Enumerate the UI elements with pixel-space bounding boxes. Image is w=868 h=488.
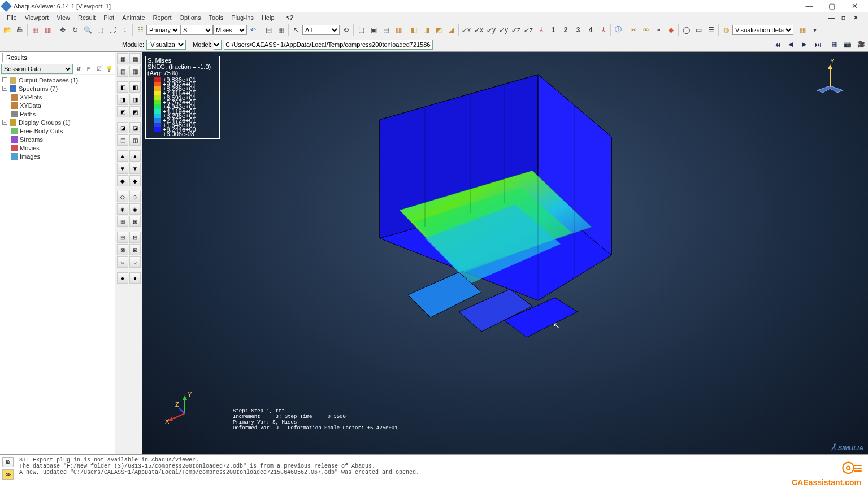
toolbox-button[interactable]: ◈ <box>117 203 128 215</box>
csys-zy-icon[interactable]: ↙z <box>523 24 534 36</box>
field-output-dialog-icon[interactable]: ☷ <box>134 24 146 36</box>
view-1-button[interactable]: 1 <box>548 24 559 36</box>
expand-icon[interactable]: + <box>2 77 7 82</box>
tree-item[interactable]: Images <box>2 152 112 160</box>
mdi-minimize-button[interactable]: — <box>828 14 840 21</box>
orig-icon[interactable]: ▥ <box>42 24 53 36</box>
link-vp2-icon[interactable]: ⚮ <box>640 24 652 36</box>
menu-file[interactable]: File <box>3 14 20 21</box>
csys-xz-icon[interactable]: ↙x <box>473 24 484 36</box>
tree-item[interactable]: +Spectrums (7) <box>2 84 112 93</box>
toolbox-button[interactable]: ◧ <box>129 81 141 93</box>
toolbox-button[interactable]: ◈ <box>129 203 141 215</box>
open-icon[interactable]: 📂 <box>2 24 13 36</box>
undo-icon[interactable]: ↶ <box>248 24 259 36</box>
field-type-select[interactable]: Primary <box>146 25 180 35</box>
tab-results[interactable]: Results <box>2 53 31 62</box>
toolbox-button[interactable]: ◇ <box>129 191 141 202</box>
iso1-icon[interactable]: ◧ <box>408 24 419 36</box>
view-3-button[interactable]: 3 <box>572 24 584 36</box>
toolbox-button[interactable]: ◨ <box>117 94 128 105</box>
annot-text-icon[interactable]: ☰ <box>705 24 717 36</box>
render-style-icon[interactable]: ◍ <box>721 24 732 36</box>
csys-xy-icon[interactable]: ↙x <box>461 24 472 36</box>
menu-plot[interactable]: Plot <box>100 14 118 21</box>
menu-result[interactable]: Result <box>75 14 99 21</box>
model-history-select[interactable] <box>214 40 222 50</box>
mdi-restore-button[interactable]: ⧉ <box>841 14 852 21</box>
toolbox-button[interactable]: ◩ <box>129 106 141 117</box>
frame-last-icon[interactable]: ⏭ <box>812 39 823 50</box>
tree-item[interactable]: XYPlots <box>2 93 112 101</box>
toggle-shaded-icon[interactable]: ▦ <box>275 24 287 36</box>
view-2-button[interactable]: 2 <box>560 24 571 36</box>
menu-plugins[interactable]: Plug-ins <box>228 14 257 21</box>
toolbox-button[interactable]: ▦ <box>129 53 141 64</box>
menu-view[interactable]: View <box>53 14 73 21</box>
toolbox-button[interactable]: ⊞ <box>129 216 141 227</box>
csys-tool-icon[interactable]: ⅄ <box>597 24 609 36</box>
menu-animate[interactable]: Animate <box>119 14 148 21</box>
tree-item[interactable]: Paths <box>2 110 112 118</box>
toolbox-button[interactable]: ○ <box>129 256 141 268</box>
model-path-input[interactable] <box>224 40 433 50</box>
cli-prompt-icon[interactable]: ≫ <box>2 469 14 480</box>
toolbox-button[interactable]: ▧ <box>117 66 128 77</box>
session-data-select[interactable]: Session Data <box>1 64 73 74</box>
iso2-icon[interactable]: ◨ <box>420 24 432 36</box>
annot-box-icon[interactable]: ▭ <box>693 24 704 36</box>
display-group-select[interactable]: All <box>302 25 340 35</box>
toolbox-button[interactable]: ⊟ <box>129 232 141 243</box>
toolbox-button[interactable]: ▼ <box>117 163 128 174</box>
csys-user-icon[interactable]: ⅄ <box>535 24 546 36</box>
toolbox-button[interactable]: ◧ <box>117 81 128 93</box>
whats-this-icon[interactable]: ↖? <box>281 14 297 22</box>
cycle-views-icon[interactable]: ↕ <box>119 24 131 36</box>
tree-item[interactable]: Streams <box>2 135 112 143</box>
toolbox-button[interactable]: ⊠ <box>117 244 128 255</box>
toolbox-button[interactable]: ◩ <box>117 106 128 117</box>
mdi-close-button[interactable]: ✕ <box>853 14 865 21</box>
rotate-icon[interactable]: ↻ <box>70 24 81 36</box>
module-select[interactable]: Visualization <box>146 40 186 50</box>
session-bulb-icon[interactable]: 💡 <box>105 64 114 73</box>
viewport[interactable]: S, Mises SNEG, (fraction = -1.0) (Avg: 7… <box>142 52 868 454</box>
menu-help[interactable]: Help <box>258 14 278 21</box>
iso3-icon[interactable]: ◩ <box>433 24 444 36</box>
dg-toggle3-icon[interactable]: ▤ <box>380 24 392 36</box>
info-icon[interactable]: ⓘ <box>613 24 624 36</box>
toolbox-button[interactable]: ◇ <box>117 191 128 202</box>
annotation-icon[interactable]: ◯ <box>680 24 692 36</box>
expand-icon[interactable]: + <box>2 120 7 125</box>
csys-yx-icon[interactable]: ↙y <box>485 24 497 36</box>
toolbox-button[interactable]: ▦ <box>117 53 128 64</box>
toolbox-button[interactable]: ▲ <box>117 150 128 162</box>
toolbox-button[interactable]: ▧ <box>129 66 141 77</box>
pan-icon[interactable]: ✥ <box>57 24 68 36</box>
close-button[interactable]: ✕ <box>843 1 866 12</box>
field-component-select[interactable]: Mises <box>213 25 247 35</box>
toolbox-button[interactable]: ○ <box>117 256 128 268</box>
zoom-box-icon[interactable]: ⬚ <box>94 24 106 36</box>
tree-item[interactable]: +Display Groups (1) <box>2 118 112 127</box>
toolbox-button[interactable]: ● <box>117 272 128 284</box>
menu-options[interactable]: Options <box>176 14 205 21</box>
iso4-icon[interactable]: ◪ <box>445 24 457 36</box>
minimize-button[interactable]: — <box>798 1 821 12</box>
field-variable-select[interactable]: S <box>180 25 213 35</box>
view-4-button[interactable]: 4 <box>585 24 596 36</box>
orig-deformed-icon[interactable]: ▦ <box>29 24 41 36</box>
tree-item[interactable]: +Output Databases (1) <box>2 76 112 84</box>
session-updown-icon[interactable]: ⇵ <box>74 64 83 73</box>
maximize-button[interactable]: ▢ <box>821 1 843 12</box>
menu-tools[interactable]: Tools <box>205 14 227 21</box>
toolbox-button[interactable]: ◪ <box>129 122 141 133</box>
toolbox-button[interactable]: ▲ <box>129 150 141 162</box>
tree-item[interactable]: Movies <box>2 143 112 152</box>
expand-icon[interactable]: + <box>2 86 7 91</box>
csys-zx-icon[interactable]: ↙z <box>510 24 522 36</box>
dg-toggle4-icon[interactable]: ▥ <box>393 24 404 36</box>
print-icon[interactable]: 🖶 <box>14 24 25 36</box>
toolbox-button[interactable]: ◫ <box>129 134 141 146</box>
dg-replace-icon[interactable]: ⟲ <box>340 24 351 36</box>
